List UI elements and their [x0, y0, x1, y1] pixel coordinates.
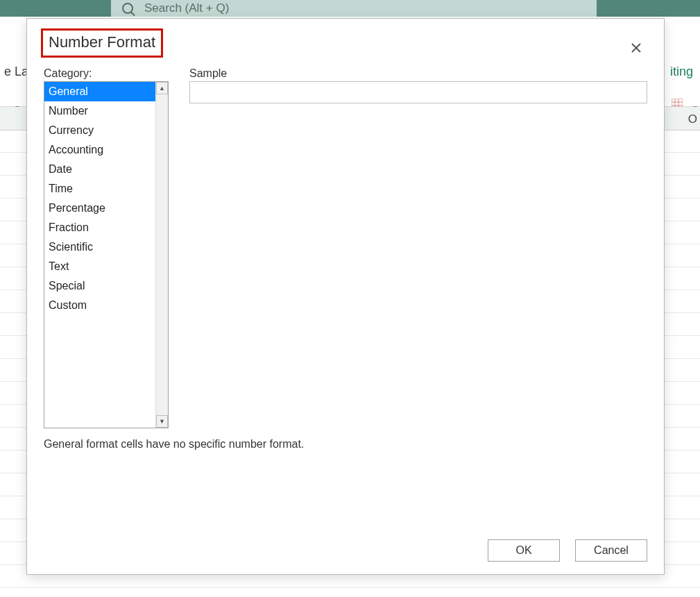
ok-button[interactable]: OK [488, 539, 560, 562]
category-item-number[interactable]: Number [44, 101, 155, 121]
category-item-custom[interactable]: Custom [44, 296, 155, 315]
category-listbox[interactable]: GeneralNumberCurrencyAccountingDateTimeP… [44, 81, 169, 428]
category-item-scientific[interactable]: Scientific [44, 237, 155, 257]
ribbon-tab-right-fragment: iting [666, 62, 697, 82]
search-icon [122, 3, 133, 14]
number-format-dialog: Number Format Category: GeneralNumberCur… [26, 18, 665, 575]
category-item-accounting[interactable]: Accounting [44, 140, 155, 160]
search-box[interactable]: Search (Alt + Q) [111, 0, 597, 17]
close-button[interactable] [626, 38, 646, 58]
category-item-special[interactable]: Special [44, 276, 155, 296]
scrollbar[interactable]: ▲ ▼ [155, 82, 168, 428]
cancel-button[interactable]: Cancel [575, 539, 647, 562]
category-label: Category: [44, 67, 169, 80]
close-icon [631, 43, 641, 53]
category-item-fraction[interactable]: Fraction [44, 218, 155, 237]
category-item-percentage[interactable]: Percentage [44, 199, 155, 218]
dialog-footer: OK Cancel [44, 531, 647, 562]
scroll-up-button[interactable]: ▲ [156, 82, 168, 94]
sample-preview [189, 81, 647, 103]
scroll-down-button[interactable]: ▼ [156, 415, 168, 428]
category-item-general[interactable]: General [44, 82, 155, 101]
search-placeholder: Search (Alt + Q) [144, 1, 229, 15]
category-item-time[interactable]: Time [44, 179, 155, 199]
category-item-text[interactable]: Text [44, 257, 155, 276]
format-description: General format cells have no specific nu… [44, 438, 647, 451]
category-item-date[interactable]: Date [44, 160, 155, 179]
sample-label: Sample [189, 67, 647, 80]
dialog-title: Number Format [41, 28, 163, 58]
category-item-currency[interactable]: Currency [44, 121, 155, 140]
column-header-o: O [688, 112, 697, 126]
